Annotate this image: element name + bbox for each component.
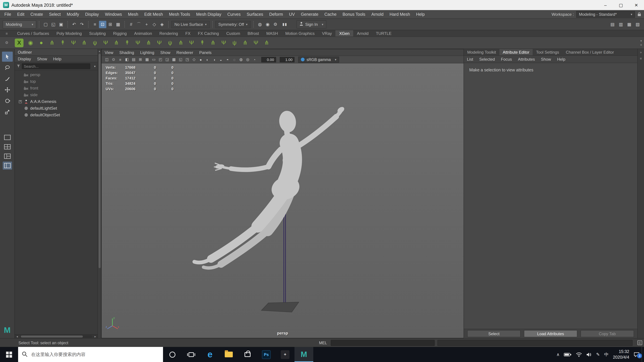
- edge-button[interactable]: e: [200, 347, 219, 362]
- copy-tab-button[interactable]: Copy Tab: [580, 330, 634, 337]
- shelf-tab[interactable]: Custom: [222, 30, 244, 36]
- file-explorer-button[interactable]: [219, 347, 238, 362]
- isolate-select-icon[interactable]: ◎: [244, 56, 251, 62]
- outliner-search-input[interactable]: [22, 63, 90, 69]
- outliner-item-top[interactable]: top: [15, 78, 98, 85]
- viewport-menu-item[interactable]: Renderer: [174, 50, 196, 55]
- ipr-render-icon[interactable]: ◉: [264, 21, 271, 28]
- render-frame-icon[interactable]: ◍: [256, 21, 264, 28]
- field-chart-icon[interactable]: ▩: [171, 56, 177, 62]
- lasso-tool-button[interactable]: [2, 63, 12, 73]
- maya-taskbar-button[interactable]: M: [294, 347, 313, 362]
- xgen-shelf-icon[interactable]: ◉: [26, 38, 36, 48]
- outliner-item-defaultobjectset[interactable]: defaultObjectSet: [15, 112, 98, 118]
- select-camera-icon[interactable]: ◫: [104, 56, 110, 62]
- command-result-field[interactable]: [438, 340, 632, 346]
- group-divider[interactable]: [168, 21, 169, 28]
- live-surface-field[interactable]: No Live Surface ▾: [172, 21, 210, 28]
- battery-icon[interactable]: [564, 353, 572, 357]
- outliner-menu-item[interactable]: Show: [34, 56, 50, 61]
- outliner-item-defaultlightset[interactable]: defaultLightSet: [15, 105, 98, 112]
- pinned-app-button[interactable]: ✦: [276, 347, 294, 362]
- group-divider[interactable]: [212, 21, 213, 28]
- menu-item[interactable]: Cache: [321, 12, 340, 16]
- menu-item[interactable]: Surfaces: [244, 12, 266, 16]
- xgen-shelf-icon[interactable]: ψ: [165, 38, 175, 48]
- xgen-shelf-icon[interactable]: ⋔: [47, 38, 57, 48]
- taskbar-clock[interactable]: 15:32 2020/4/4: [613, 349, 629, 360]
- shelf-tab[interactable]: Animation: [130, 30, 156, 36]
- menu-item[interactable]: Create: [27, 12, 46, 16]
- language-indicator[interactable]: 中: [604, 352, 608, 358]
- render-settings-icon[interactable]: ⚙: [272, 21, 279, 28]
- show-desktop-button[interactable]: [642, 347, 644, 362]
- h-scroll-thumb[interactable]: [21, 335, 83, 337]
- select-button[interactable]: Select: [467, 330, 520, 337]
- xgen-shelf-icon[interactable]: ↟: [197, 38, 207, 48]
- shelf-tab[interactable]: Poly Modeling: [53, 30, 86, 36]
- toggle-modeling-toolkit-icon[interactable]: ▤: [609, 21, 616, 28]
- wifi-icon[interactable]: [576, 352, 582, 357]
- menu-item[interactable]: Hard Mesh: [386, 12, 413, 16]
- rotate-tool-button[interactable]: [2, 96, 12, 106]
- outliner-item-side[interactable]: side: [15, 91, 98, 98]
- h-scroll-track[interactable]: [20, 335, 92, 338]
- xgen-shelf-icon[interactable]: Ψ: [251, 38, 261, 48]
- outliner-item-persp[interactable]: persp: [15, 71, 98, 78]
- xgen-shelf-icon[interactable]: ↟: [122, 38, 132, 48]
- chevron-down-icon[interactable]: ▾: [94, 64, 96, 68]
- sign-in-button[interactable]: Sign In ▾: [296, 20, 326, 28]
- cortana-button[interactable]: [163, 347, 182, 362]
- photoshop-button[interactable]: Ps: [257, 347, 276, 362]
- menu-item[interactable]: Generate: [298, 12, 321, 16]
- character-model[interactable]: [102, 63, 464, 338]
- group-divider[interactable]: [124, 21, 125, 28]
- workspace-selector[interactable]: Modeling - Standard* ▾: [576, 11, 635, 17]
- grid-icon[interactable]: ▦: [144, 56, 150, 62]
- attribute-editor-menu-item[interactable]: Help: [554, 57, 568, 61]
- xgen-shelf-icon[interactable]: ⋔: [208, 38, 218, 48]
- gate-mask-icon[interactable]: ◲: [164, 56, 170, 62]
- attribute-editor-menu-item[interactable]: Attributes: [515, 57, 538, 61]
- xgen-shelf-icon[interactable]: ⋔: [111, 38, 122, 48]
- resolution-gate-icon[interactable]: ◰: [157, 56, 164, 62]
- minimize-button[interactable]: –: [598, 0, 613, 10]
- xgen-shelf-icon[interactable]: ψ: [230, 38, 240, 48]
- menu-item[interactable]: Edit Mesh: [141, 12, 166, 16]
- safe-action-icon[interactable]: ◱: [178, 56, 184, 62]
- paint-select-tool-button[interactable]: [2, 74, 12, 84]
- task-view-button[interactable]: [182, 347, 200, 362]
- gamma-field[interactable]: 1.00: [280, 57, 294, 62]
- shelf-tab[interactable]: Curves / Surfaces: [14, 30, 53, 36]
- mel-label[interactable]: MEL: [315, 341, 331, 345]
- open-scene-icon[interactable]: ◱: [50, 21, 57, 28]
- right-panel-tab[interactable]: Channel Box / Layer Editor: [562, 49, 617, 55]
- shelf-tab[interactable]: VRay: [318, 30, 336, 36]
- menu-item[interactable]: Curves: [224, 12, 244, 16]
- script-editor-icon[interactable]: [635, 340, 644, 345]
- xgen-shelf-icon[interactable]: ⋔: [240, 38, 250, 48]
- xgen-shelf-icon[interactable]: Ψ: [186, 38, 196, 48]
- start-button[interactable]: [0, 347, 18, 362]
- image-plane-icon[interactable]: ▤: [130, 56, 137, 62]
- scale-tool-button[interactable]: [2, 107, 12, 117]
- menu-item[interactable]: Select: [46, 12, 64, 16]
- pen-icon[interactable]: ✎: [596, 352, 600, 357]
- volume-icon[interactable]: [586, 352, 592, 357]
- shelf-tab[interactable]: TURTLE: [372, 30, 395, 36]
- menu-item[interactable]: Modify: [64, 12, 82, 16]
- menu-item[interactable]: Windows: [102, 12, 125, 16]
- shelf-tab[interactable]: Rendering: [156, 30, 182, 36]
- xgen-shelf-icon[interactable]: Ψ: [133, 38, 143, 48]
- attribute-editor-menu-item[interactable]: Focus: [498, 57, 515, 61]
- select-mask-icon[interactable]: ▦: [114, 21, 122, 28]
- 2d-pan-zoom-icon[interactable]: ⊞: [137, 56, 144, 62]
- wireframe-icon[interactable]: ◇: [191, 56, 197, 62]
- menu-set-selector[interactable]: Modeling ▾: [3, 20, 36, 28]
- menu-item[interactable]: Deform: [266, 12, 286, 16]
- snap-point-icon[interactable]: +: [143, 21, 150, 28]
- group-divider[interactable]: [88, 21, 88, 28]
- safe-title-icon[interactable]: ◳: [184, 56, 190, 62]
- exposure-field[interactable]: 0.00: [261, 57, 276, 62]
- textured-icon[interactable]: ◐: [204, 56, 211, 62]
